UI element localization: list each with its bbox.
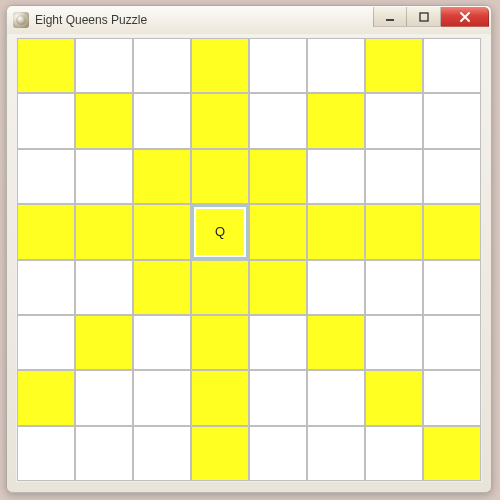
- board-cell[interactable]: [17, 38, 75, 93]
- board-cell[interactable]: [133, 370, 191, 425]
- board-cell[interactable]: [17, 370, 75, 425]
- svg-rect-1: [420, 13, 428, 21]
- board-cell[interactable]: [423, 426, 481, 481]
- board-cell[interactable]: [75, 93, 133, 148]
- board-cell[interactable]: [307, 315, 365, 370]
- queen-label: Q: [215, 224, 225, 239]
- board-cell[interactable]: [133, 204, 191, 259]
- board-cell[interactable]: [17, 149, 75, 204]
- java-icon: [13, 12, 29, 28]
- board-cell[interactable]: [249, 260, 307, 315]
- board-cell[interactable]: [75, 38, 133, 93]
- board-cell[interactable]: [17, 260, 75, 315]
- board-cell[interactable]: [249, 426, 307, 481]
- board-cell[interactable]: [191, 260, 249, 315]
- chess-board: Q: [17, 38, 481, 481]
- board-cell[interactable]: [191, 149, 249, 204]
- board-cell[interactable]: [307, 370, 365, 425]
- board-cell[interactable]: [17, 426, 75, 481]
- board-cell[interactable]: [249, 149, 307, 204]
- board-cell[interactable]: [423, 315, 481, 370]
- svg-rect-0: [386, 19, 394, 21]
- board-cell[interactable]: [133, 149, 191, 204]
- close-icon: [459, 11, 471, 23]
- client-area: Q: [16, 37, 482, 482]
- board-cell[interactable]: [365, 204, 423, 259]
- board-cell[interactable]: [133, 93, 191, 148]
- board-cell[interactable]: [365, 38, 423, 93]
- board-cell[interactable]: [249, 93, 307, 148]
- board-cell[interactable]: [133, 38, 191, 93]
- board-cell[interactable]: [249, 38, 307, 93]
- board-cell[interactable]: [133, 260, 191, 315]
- board-cell[interactable]: [75, 370, 133, 425]
- board-cell[interactable]: [365, 426, 423, 481]
- board-cell[interactable]: [75, 426, 133, 481]
- board-cell[interactable]: [191, 38, 249, 93]
- board-cell[interactable]: [75, 204, 133, 259]
- board-cell[interactable]: [423, 149, 481, 204]
- board-cell[interactable]: [249, 204, 307, 259]
- window-controls: [373, 7, 489, 27]
- board-cell[interactable]: [133, 426, 191, 481]
- board-cell[interactable]: Q: [191, 204, 249, 259]
- minimize-icon: [385, 12, 395, 22]
- board-cell[interactable]: [423, 38, 481, 93]
- board-cell[interactable]: [365, 93, 423, 148]
- board-cell[interactable]: [75, 260, 133, 315]
- titlebar: Eight Queens Puzzle: [7, 6, 491, 34]
- board-cell[interactable]: [249, 315, 307, 370]
- board-cell[interactable]: [423, 204, 481, 259]
- board-cell[interactable]: [365, 149, 423, 204]
- board-cell[interactable]: [423, 370, 481, 425]
- board-cell[interactable]: [307, 149, 365, 204]
- maximize-button[interactable]: [407, 7, 441, 27]
- board-cell[interactable]: [365, 370, 423, 425]
- board-cell[interactable]: [365, 260, 423, 315]
- board-cell[interactable]: [191, 370, 249, 425]
- board-cell[interactable]: [191, 315, 249, 370]
- minimize-button[interactable]: [373, 7, 407, 27]
- board-cell[interactable]: [191, 93, 249, 148]
- maximize-icon: [419, 12, 429, 22]
- board-cell[interactable]: [17, 315, 75, 370]
- board-cell[interactable]: [133, 315, 191, 370]
- app-window: Eight Queens Puzzle Q: [6, 5, 492, 493]
- close-button[interactable]: [441, 7, 489, 27]
- board-cell[interactable]: [307, 93, 365, 148]
- board-cell[interactable]: [75, 315, 133, 370]
- board-cell[interactable]: [17, 93, 75, 148]
- board-cell[interactable]: [191, 426, 249, 481]
- board-cell[interactable]: [307, 204, 365, 259]
- board-cell[interactable]: [17, 204, 75, 259]
- window-title: Eight Queens Puzzle: [35, 13, 147, 27]
- board-cell[interactable]: [307, 38, 365, 93]
- board-cell[interactable]: [365, 315, 423, 370]
- board-cell[interactable]: [307, 260, 365, 315]
- board-cell[interactable]: [75, 149, 133, 204]
- board-cell[interactable]: [249, 370, 307, 425]
- board-cell[interactable]: [307, 426, 365, 481]
- board-cell[interactable]: [423, 93, 481, 148]
- board-cell[interactable]: [423, 260, 481, 315]
